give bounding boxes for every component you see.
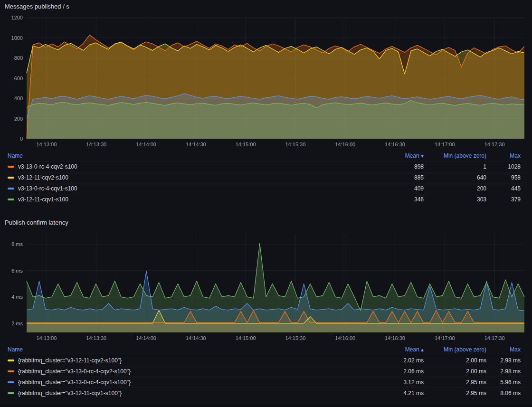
- series-color-swatch[interactable]: [8, 370, 14, 372]
- legend-max-value: 8.06 ms: [492, 390, 521, 397]
- x-tick-label: 14:15:30: [285, 335, 306, 341]
- x-tick-label: 14:17:30: [484, 142, 505, 147]
- series-color-swatch[interactable]: [8, 199, 14, 200]
- y-tick-label: 0: [20, 136, 23, 142]
- legend-mean-value: 409: [367, 185, 424, 192]
- legend-mean-value: 898: [367, 163, 424, 170]
- legend-min-value: 2.00 ms: [429, 368, 486, 375]
- y-tick-label: 2 ms: [11, 321, 23, 326]
- legend-min-value: 303: [429, 196, 486, 203]
- legend-mean-value: 2.06 ms: [367, 368, 424, 375]
- x-tick-label: 14:16:00: [335, 142, 355, 147]
- y-tick-label: 4 ms: [11, 294, 23, 300]
- x-tick-label: 14:14:00: [136, 142, 156, 147]
- legend-min-value: 1: [429, 163, 486, 170]
- legend-row: v3-13-0-rc-4-cqv2-s10089811028: [5, 161, 527, 172]
- legend-max-value: 2.98 ms: [492, 368, 521, 375]
- y-tick-label: 800: [14, 55, 23, 61]
- x-tick-label: 14:17:00: [435, 142, 455, 147]
- series-color-swatch[interactable]: [8, 166, 14, 168]
- x-tick-label: 14:15:30: [285, 142, 306, 147]
- legend-mean-value: 2.02 ms: [367, 357, 424, 364]
- x-tick-label: 14:13:00: [37, 142, 57, 147]
- x-tick-label: 14:15:00: [236, 335, 256, 341]
- panel-edge-divider: [0, 404, 532, 407]
- x-tick-label: 14:16:30: [385, 142, 405, 147]
- legend-header-row: Name Mean ▴ Min (above zero) Max: [5, 344, 527, 355]
- legend-max-value: 958: [492, 174, 521, 181]
- series-color-swatch[interactable]: [8, 188, 14, 189]
- legend-row: v3-12-11-cqv2-s100885640958: [5, 172, 527, 183]
- y-tick-label: 8 ms: [11, 241, 23, 247]
- y-tick-label: 600: [14, 76, 23, 81]
- legend-mean-value: 885: [367, 174, 424, 181]
- legend-header-mean[interactable]: Mean ▴: [367, 346, 424, 353]
- panel-title: Messages published / s: [5, 3, 527, 10]
- legend-header-max[interactable]: Max: [492, 346, 521, 353]
- legend-series-name[interactable]: {rabbitmq_cluster="v3-13-0-rc-4-cqv2-s10…: [18, 368, 131, 375]
- legend-row: v3-13-0-rc-4-cqv1-s100409200445: [5, 183, 527, 194]
- x-tick-label: 14:13:30: [86, 335, 106, 341]
- legend-min-value: 200: [429, 185, 486, 192]
- legend-max-value: 379: [492, 196, 521, 203]
- legend-max-value: 5.96 ms: [492, 379, 521, 386]
- legend-header-name[interactable]: Name: [8, 152, 361, 159]
- y-tick-label: 400: [14, 95, 23, 101]
- legend-row: {rabbitmq_cluster="v3-13-0-rc-4-cqv2-s10…: [5, 366, 527, 377]
- legend-series-name[interactable]: v3-12-11-cqv1-s100: [18, 196, 68, 203]
- legend-max-value: 445: [492, 185, 521, 192]
- legend-header-mean[interactable]: Mean ▾: [367, 152, 424, 159]
- legend-header-row: Name Mean ▾ Min (above zero) Max: [5, 150, 527, 161]
- x-tick-label: 14:14:30: [186, 335, 206, 341]
- y-tick-label: 1000: [11, 35, 23, 41]
- x-tick-label: 14:16:00: [335, 335, 355, 341]
- x-tick-label: 14:17:00: [435, 335, 455, 341]
- legend-series-name[interactable]: v3-13-0-rc-4-cqv2-s100: [18, 163, 77, 170]
- legend-mean-value: 4.21 ms: [367, 390, 424, 397]
- series-color-swatch[interactable]: [8, 392, 14, 394]
- legend-table: Name Mean ▾ Min (above zero) Max v3-13-0…: [5, 150, 527, 205]
- legend-row: v3-12-11-cqv1-s100346303379: [5, 194, 527, 205]
- legend-mean-value: 3.12 ms: [367, 379, 424, 386]
- legend-min-value: 2.95 ms: [429, 390, 486, 397]
- panel-publish-confirm-latency: Publish confirm latency 2 ms4 ms6 ms8 ms…: [0, 216, 532, 398]
- legend-max-value: 1028: [492, 163, 521, 170]
- x-tick-label: 14:14:30: [186, 142, 206, 147]
- legend-mean-value: 346: [367, 196, 424, 203]
- legend-min-value: 640: [429, 174, 486, 181]
- legend-series-name[interactable]: {rabbitmq_cluster="v3-12-11-cqv2-s100"}: [18, 357, 122, 364]
- legend-table: Name Mean ▴ Min (above zero) Max {rabbit…: [5, 344, 527, 398]
- series-color-swatch[interactable]: [8, 177, 14, 179]
- legend-min-value: 2.95 ms: [429, 379, 486, 386]
- panel-messages-published: Messages published / s 02004006008001000…: [0, 0, 532, 205]
- messages-published-chart[interactable]: 02004006008001000120014:13:0014:13:3014:…: [5, 14, 527, 149]
- y-tick-label: 200: [14, 116, 23, 122]
- y-tick-label: 1200: [11, 15, 23, 20]
- legend-row: {rabbitmq_cluster="v3-12-11-cqv1-s100"}4…: [5, 388, 527, 398]
- series-color-swatch[interactable]: [8, 360, 14, 361]
- publish-confirm-latency-chart[interactable]: 2 ms4 ms6 ms8 ms14:13:0014:13:3014:14:00…: [5, 230, 527, 343]
- legend-rows: v3-13-0-rc-4-cqv2-s10089811028v3-12-11-c…: [5, 161, 527, 205]
- x-tick-label: 14:14:00: [136, 335, 156, 341]
- x-tick-label: 14:13:30: [86, 142, 106, 147]
- series-area: [27, 244, 524, 333]
- legend-series-name[interactable]: {rabbitmq_cluster="v3-13-0-rc-4-cqv1-s10…: [18, 379, 131, 386]
- series-area: [27, 101, 524, 139]
- dashboard: Messages published / s 02004006008001000…: [0, 0, 532, 398]
- y-tick-label: 6 ms: [11, 268, 23, 274]
- legend-row: {rabbitmq_cluster="v3-12-11-cqv2-s100"}2…: [5, 355, 527, 366]
- panel-title: Publish confirm latency: [5, 219, 527, 226]
- x-tick-label: 14:16:30: [385, 335, 405, 341]
- legend-header-min[interactable]: Min (above zero): [429, 346, 486, 353]
- legend-series-name[interactable]: {rabbitmq_cluster="v3-12-11-cqv1-s100"}: [18, 390, 122, 397]
- legend-min-value: 2.00 ms: [429, 357, 486, 364]
- legend-series-name[interactable]: v3-12-11-cqv2-s100: [18, 174, 68, 181]
- legend-header-name[interactable]: Name: [8, 346, 361, 353]
- legend-header-max[interactable]: Max: [492, 152, 521, 159]
- series-color-swatch[interactable]: [8, 381, 14, 383]
- legend-row: {rabbitmq_cluster="v3-13-0-rc-4-cqv1-s10…: [5, 377, 527, 388]
- x-tick-label: 14:15:00: [236, 142, 256, 147]
- legend-series-name[interactable]: v3-13-0-rc-4-cqv1-s100: [18, 185, 77, 192]
- legend-header-min[interactable]: Min (above zero): [429, 152, 486, 159]
- legend-max-value: 2.98 ms: [492, 357, 521, 364]
